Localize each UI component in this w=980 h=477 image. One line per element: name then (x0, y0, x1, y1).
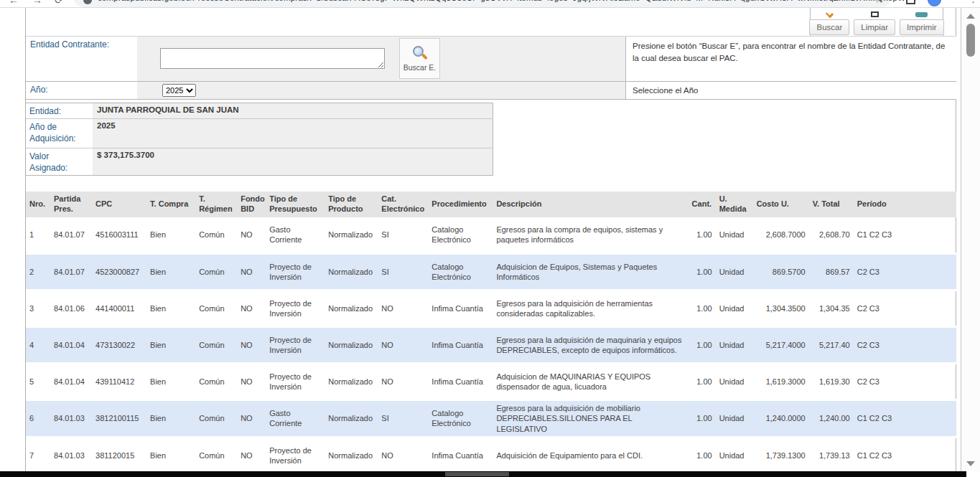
col-header-tproducto: Tipo de Producto (325, 192, 378, 217)
reload-icon[interactable]: ⟳ (55, 0, 63, 6)
cell-tpresupuesto: Proyecto de Inversión (266, 327, 325, 364)
pac-table-body: 184.01.074516003111BienComúnNOGasto Corr… (26, 217, 956, 472)
cell-tpresupuesto: Proyecto de Inversión (266, 291, 325, 327)
imprimir-button[interactable]: Imprimir (900, 19, 944, 35)
cell-tpresupuesto: Proyecto de Inversión (266, 254, 325, 291)
cell-nro: 4 (26, 327, 50, 364)
col-header-tcompra: T. Compra (146, 192, 195, 217)
entity-info-label: Valor Asignado: (26, 148, 93, 175)
entity-info-value: 2025 (93, 119, 493, 148)
entity-info-row: Valor Asignado:$ 373,175.3700 (26, 148, 493, 175)
cell-catelectronico: NO (378, 437, 428, 471)
cell-descripcion: Egresos para la adquisición de mobiliari… (493, 400, 688, 438)
buscar-e-label: Buscar E. (403, 63, 437, 72)
browser-toolbar: ← → ⟳ compraspublicas.gob.ec/ProcesoCont… (0, 0, 980, 8)
cell-descripcion: Egresos para la adquisición de maquinari… (493, 327, 688, 364)
cell-cpc: 473130022 (92, 327, 146, 364)
cell-partida: 84.01.07 (50, 254, 92, 291)
buscar-group: Buscar (809, 11, 849, 35)
cell-tregimen: Común (195, 364, 237, 400)
cell-vtotal: 1,739.13 (809, 437, 854, 471)
extensions-icon[interactable] (906, 0, 915, 4)
cell-tregimen: Común (195, 327, 237, 364)
cell-tpresupuesto: Proyecto de Inversión (266, 364, 325, 400)
back-icon[interactable]: ← (9, 0, 19, 6)
cell-umedida: Unidad (716, 217, 753, 254)
cell-fondo: NO (237, 364, 266, 400)
cell-umedida: Unidad (716, 364, 753, 400)
anio-select[interactable]: 2025 (162, 84, 196, 97)
cell-vtotal: 2,608.70 (809, 217, 854, 254)
col-header-tpresupuesto: Tipo de Presupuesto (266, 192, 325, 217)
anio-label: Año: (26, 82, 137, 99)
cell-tcompra: Bien (146, 327, 195, 364)
pac-search-form: Entidad Contratante: Buscar E. Presione … (26, 36, 956, 100)
entity-info-row: Año de Adquisición:2025 (26, 119, 493, 148)
cell-tproducto: Normalizado (325, 400, 378, 438)
cell-catelectronico: SI (378, 400, 428, 438)
cell-vtotal: 1,240.00 (809, 400, 854, 438)
cell-catelectronico: NO (378, 364, 428, 400)
col-header-fondo: Fondo BID (237, 192, 266, 217)
profile-avatar[interactable] (928, 0, 941, 6)
cell-cant: 1.00 (689, 364, 716, 400)
entidad-row: Entidad Contratante: Buscar E. Presione … (26, 37, 956, 82)
page-content: Buscar Limpiar Imprimir Entidad Contrata… (25, 8, 961, 471)
cell-procedimiento: Catalogo Electrónico (428, 254, 493, 291)
cell-procedimiento: Infima Cuantía (428, 291, 493, 327)
buscar-icon (826, 10, 834, 18)
entity-info-row: Entidad:JUNTA PARROQUIAL DE SAN JUAN (26, 103, 493, 119)
cell-tregimen: Común (195, 437, 237, 471)
cell-cant: 1.00 (689, 437, 716, 471)
forward-icon[interactable]: → (32, 0, 42, 6)
cell-cpc: 441400011 (92, 291, 146, 327)
col-header-nro: Nro. (26, 192, 50, 217)
cell-costou: 2,608.7000 (753, 217, 809, 254)
entidad-contratante-input[interactable] (160, 48, 385, 69)
cell-partida: 84.01.04 (50, 364, 92, 400)
entity-info-table: Entidad:JUNTA PARROQUIAL DE SAN JUANAño … (26, 103, 493, 176)
cell-tproducto: Normalizado (325, 327, 378, 364)
cell-tproducto: Normalizado (325, 291, 378, 327)
browser-menu-icon[interactable]: ⋮ (969, 0, 978, 4)
entity-info-value: $ 373,175.3700 (93, 148, 493, 175)
scroll-down-icon[interactable] (966, 461, 975, 466)
cell-cpc: 439110412 (92, 364, 146, 400)
cell-partida: 84.01.06 (50, 291, 92, 327)
cell-vtotal: 1,304.35 (809, 291, 854, 327)
cell-periodo: C1 C2 C3 (854, 437, 956, 471)
cell-procedimiento: Catalogo Electrónico (428, 400, 493, 438)
site-info-icon[interactable] (83, 0, 92, 4)
scroll-up-icon[interactable] (966, 14, 975, 19)
cell-tcompra: Bien (146, 291, 195, 327)
cell-partida: 84.01.03 (50, 400, 92, 438)
cell-umedida: Unidad (716, 291, 753, 327)
scrollbar-thumb[interactable] (966, 24, 975, 57)
cell-tpresupuesto: Gasto Corriente (266, 217, 325, 254)
address-bar[interactable]: compraspublicas.gob.ec/ProcesoContrataci… (73, 0, 892, 7)
cell-procedimiento: Infima Cuantía (428, 364, 493, 400)
cell-umedida: Unidad (716, 254, 753, 291)
col-header-tregimen: T. Régimen (195, 192, 237, 217)
cell-nro: 7 (26, 437, 50, 471)
cell-cant: 1.00 (689, 217, 716, 254)
cell-tproducto: Normalizado (325, 364, 378, 400)
entity-info-label: Año de Adquisición: (26, 119, 93, 148)
bookmark-star-icon[interactable]: ☆ (874, 0, 883, 5)
table-row: 584.01.04439110412BienComúnNOProyecto de… (26, 364, 956, 400)
cell-cant: 1.00 (689, 291, 716, 327)
cell-periodo: C1 C2 C3 (854, 217, 956, 254)
cell-nro: 6 (26, 400, 50, 438)
horizontal-scrollbar-thumb[interactable] (445, 472, 509, 476)
cell-fondo: NO (237, 254, 266, 291)
buscar-button[interactable]: Buscar (809, 19, 849, 35)
pac-table: Nro.Partida Pres.CPCT. CompraT. RégimenF… (26, 192, 956, 471)
cell-periodo: C2 C3 (854, 327, 956, 364)
buscar-entidad-button[interactable]: Buscar E. (399, 38, 440, 79)
cell-tpresupuesto: Gasto Corriente (266, 400, 325, 438)
limpiar-button[interactable]: Limpiar (854, 19, 895, 35)
table-row: 484.01.04473130022BienComúnNOProyecto de… (26, 327, 956, 364)
cell-tcompra: Bien (146, 364, 195, 400)
cell-nro: 5 (26, 364, 50, 400)
magnifier-icon (412, 46, 428, 62)
